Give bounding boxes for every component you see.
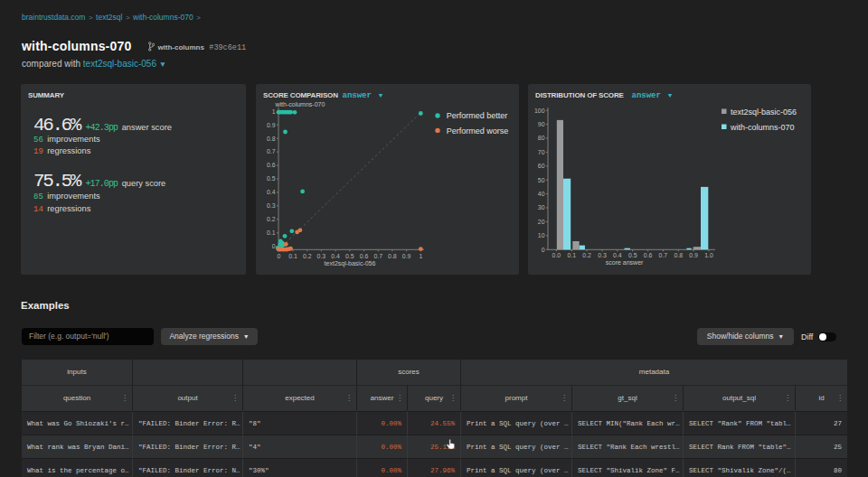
svg-text:0.5: 0.5: [628, 252, 637, 258]
svg-text:0.4: 0.4: [331, 253, 340, 259]
svg-text:Performed better: Performed better: [447, 111, 508, 120]
svg-text:0.7: 0.7: [267, 148, 276, 154]
svg-text:0.8: 0.8: [675, 252, 684, 258]
svg-text:90: 90: [538, 121, 545, 127]
svg-text:0.6: 0.6: [267, 162, 276, 168]
svg-text:0.6: 0.6: [360, 253, 369, 259]
svg-text:0: 0: [272, 243, 276, 249]
svg-text:0.7: 0.7: [659, 252, 668, 258]
svg-text:0.2: 0.2: [582, 252, 591, 258]
svg-text:0.1: 0.1: [267, 229, 276, 236]
svg-text:0: 0: [542, 247, 545, 253]
svg-text:30: 30: [538, 204, 545, 210]
svg-text:0.2: 0.2: [267, 216, 276, 222]
svg-text:0.9: 0.9: [267, 122, 276, 128]
svg-text:0.5: 0.5: [345, 253, 354, 259]
svg-text:100: 100: [534, 108, 545, 114]
svg-text:1.0: 1.0: [704, 252, 713, 258]
svg-text:0.9: 0.9: [402, 253, 411, 259]
svg-text:0.4: 0.4: [613, 252, 622, 258]
svg-text:Performed worse: Performed worse: [447, 126, 509, 136]
svg-text:0.1: 0.1: [288, 253, 297, 259]
svg-text:score answer: score answer: [606, 259, 644, 266]
svg-text:0.1: 0.1: [568, 252, 577, 258]
svg-text:0.6: 0.6: [644, 252, 653, 258]
svg-text:0.3: 0.3: [267, 202, 276, 209]
svg-text:with-columns-070: with-columns-070: [730, 123, 795, 132]
svg-text:1: 1: [272, 108, 276, 115]
svg-text:0.2: 0.2: [303, 253, 312, 259]
svg-text:with-columns-070: with-columns-070: [275, 101, 326, 108]
svg-text:0.0: 0.0: [552, 252, 561, 258]
svg-text:20: 20: [538, 219, 545, 225]
svg-text:80: 80: [538, 135, 545, 141]
svg-text:0.9: 0.9: [689, 252, 698, 258]
svg-text:0.3: 0.3: [317, 253, 326, 259]
svg-text:1: 1: [419, 253, 422, 259]
svg-text:text2sql-basic-056: text2sql-basic-056: [731, 108, 797, 117]
svg-text:0.8: 0.8: [267, 136, 276, 142]
svg-text:0.7: 0.7: [373, 253, 382, 259]
svg-text:0.5: 0.5: [267, 175, 276, 182]
svg-text:0.3: 0.3: [598, 252, 607, 258]
svg-text:60: 60: [538, 163, 545, 169]
svg-text:70: 70: [538, 149, 545, 155]
svg-text:0.8: 0.8: [388, 253, 397, 259]
svg-text:0.4: 0.4: [267, 189, 276, 195]
svg-text:0: 0: [277, 253, 280, 259]
svg-text:text2sql-basic-056: text2sql-basic-056: [325, 260, 376, 267]
svg-text:40: 40: [538, 191, 545, 197]
svg-text:10: 10: [538, 232, 545, 238]
svg-text:50: 50: [538, 177, 545, 183]
